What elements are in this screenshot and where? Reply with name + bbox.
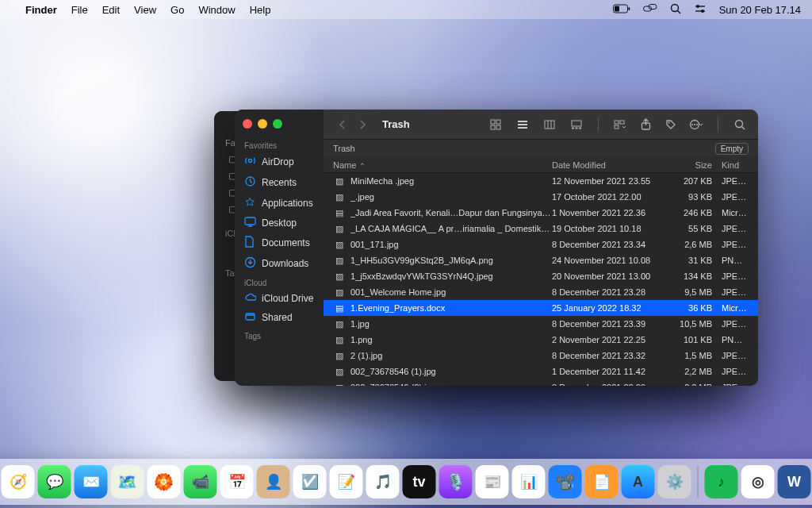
sidebar-item-docs[interactable]: Documents bbox=[239, 233, 319, 253]
finder-window[interactable]: Favorites AirDropRecentsApplicationsDesk… bbox=[235, 110, 758, 386]
file-row[interactable]: ▨001_171.jpg8 December 2021 23.342,6 MBJ… bbox=[324, 237, 758, 252]
file-row[interactable]: ▨_.jpeg17 October 2021 22.0093 KBJPEG im… bbox=[324, 189, 758, 205]
file-size: 55 KB bbox=[674, 224, 722, 233]
dock-app-music[interactable]: 🎵 bbox=[366, 465, 400, 498]
dock-app-settings[interactable]: ⚙️ bbox=[658, 465, 691, 498]
file-list[interactable]: ▨MiniMecha .jpeg12 November 2021 23.5520… bbox=[324, 173, 758, 386]
dock-app-word[interactable]: W bbox=[778, 465, 811, 498]
sidebar-item-apps[interactable]: Applications bbox=[239, 193, 319, 214]
view-columns-button[interactable] bbox=[541, 117, 558, 133]
svg-rect-19 bbox=[491, 125, 495, 129]
dock-app-contacts[interactable]: 👤 bbox=[257, 465, 290, 498]
file-name: 001_Welcome Home.jpg bbox=[350, 287, 552, 297]
minimize-button[interactable] bbox=[258, 119, 267, 129]
view-icons-button[interactable] bbox=[487, 117, 504, 133]
svg-point-38 bbox=[691, 124, 693, 125]
view-gallery-button[interactable] bbox=[568, 117, 585, 133]
file-date: 8 December 2021 23.32 bbox=[552, 351, 674, 360]
file-icon: ▤ bbox=[333, 208, 346, 218]
column-name[interactable]: Name⌃ bbox=[333, 160, 552, 170]
sidebar-item-label: Downloads bbox=[262, 258, 308, 269]
dock-app-photos[interactable]: 🏵️ bbox=[147, 465, 181, 498]
sidebar-item-airdrop[interactable]: AirDrop bbox=[239, 152, 319, 172]
file-kind: JPEG image bbox=[722, 240, 749, 249]
dock-app-mail[interactable]: ✉️ bbox=[75, 465, 108, 498]
file-date: 1 November 2021 22.36 bbox=[552, 208, 674, 217]
file-date: 2 November 2021 22.25 bbox=[552, 335, 674, 344]
sidebar-item-downloads[interactable]: Downloads bbox=[239, 253, 319, 274]
svg-rect-33 bbox=[620, 121, 624, 124]
file-row[interactable]: ▨2 (1).jpg8 December 2021 23.321,5 MBJPE… bbox=[324, 348, 758, 364]
action-button[interactable] bbox=[688, 117, 705, 133]
view-list-button[interactable] bbox=[514, 117, 531, 133]
file-row[interactable]: ▨1_HH5u3GV99gKStq2B_JM6qA.png24 November… bbox=[324, 252, 758, 268]
file-row[interactable]: ▨001_Welcome Home.jpg8 December 2021 23.… bbox=[324, 284, 758, 300]
tags-button[interactable] bbox=[662, 117, 680, 133]
spotlight-icon[interactable] bbox=[670, 3, 681, 17]
dock-app-podcasts[interactable]: 🎙️ bbox=[439, 465, 473, 498]
dock-app-safari[interactable]: 🧭 bbox=[2, 465, 35, 498]
file-row[interactable]: ▨002_73678546 (2).jpg8 December 2021 22.… bbox=[324, 379, 758, 386]
dock-app-reminders[interactable]: ☑️ bbox=[293, 465, 327, 498]
menubar-item[interactable]: Edit bbox=[102, 4, 120, 16]
file-kind: Micros…(.docx) bbox=[722, 208, 749, 217]
sidebar-item-shared[interactable]: Shared bbox=[239, 307, 319, 327]
file-row[interactable]: ▨1.png2 November 2021 22.25101 KBPNG ima… bbox=[324, 332, 758, 348]
dock-app-news[interactable]: 📰 bbox=[476, 465, 509, 498]
menubar-clock[interactable]: Sun 20 Feb 17.14 bbox=[719, 4, 801, 16]
dock-app-facetime[interactable]: 📹 bbox=[184, 465, 217, 498]
empty-trash-button[interactable]: Empty bbox=[715, 143, 749, 155]
svg-point-37 bbox=[694, 124, 695, 125]
dock-app-pages[interactable]: 📄 bbox=[585, 465, 619, 498]
menubar-app[interactable]: Finder bbox=[25, 4, 57, 16]
column-size[interactable]: Size bbox=[674, 160, 722, 170]
dock-app-appstore[interactable]: A bbox=[622, 465, 655, 498]
dock-app-tv[interactable]: tv bbox=[403, 465, 436, 498]
svg-line-41 bbox=[742, 126, 745, 129]
file-size: 2,2 MB bbox=[674, 383, 722, 386]
column-date[interactable]: Date Modified bbox=[552, 160, 674, 170]
close-button[interactable] bbox=[243, 119, 252, 129]
svg-rect-1 bbox=[615, 6, 619, 11]
sidebar-item-label: Desktop bbox=[262, 217, 297, 229]
file-name: 1.Evening_Prayers.docx bbox=[350, 303, 552, 313]
menubar-item[interactable]: Window bbox=[198, 4, 235, 16]
dock-app-keynote[interactable]: 📽️ bbox=[549, 465, 582, 498]
zoom-button[interactable] bbox=[273, 119, 282, 129]
menubar-item[interactable]: View bbox=[134, 4, 156, 16]
share-button[interactable] bbox=[637, 117, 654, 133]
dock-app-numbers[interactable]: 📊 bbox=[512, 465, 546, 498]
sidebar-item-recents[interactable]: Recents bbox=[239, 172, 319, 193]
file-name: 1_j5xxBzwdqvYWkTG3SYrN4Q.jpeg bbox=[350, 271, 552, 281]
column-kind[interactable]: Kind bbox=[722, 160, 749, 170]
control-center-icon[interactable] bbox=[694, 4, 707, 16]
file-date: 8 December 2021 23.39 bbox=[552, 319, 674, 329]
back-button[interactable] bbox=[333, 117, 350, 133]
menubar-item[interactable]: Help bbox=[250, 4, 271, 16]
toggle-icon[interactable] bbox=[643, 4, 657, 16]
search-button[interactable] bbox=[731, 117, 749, 133]
file-row[interactable]: ▨_LA CAJA MÁGICA__ A pr…iriamalia _ Dome… bbox=[324, 221, 758, 237]
sidebar-item-cloud[interactable]: iCloud Drive bbox=[239, 289, 319, 307]
group-button[interactable] bbox=[611, 117, 629, 133]
file-row[interactable]: ▤_Jadi Area Favorit, Kenali…Dapur dan Fu… bbox=[324, 205, 758, 221]
file-row[interactable]: ▨1_j5xxBzwdqvYWkTG3SYrN4Q.jpeg20 Novembe… bbox=[324, 268, 758, 284]
file-date: 8 December 2021 22.09 bbox=[552, 383, 674, 386]
file-row[interactable]: ▨1.jpg8 December 2021 23.3910,5 MBJPEG i… bbox=[324, 316, 758, 332]
dock-app-messages[interactable]: 💬 bbox=[38, 465, 71, 498]
dock-app-spotify[interactable]: ♪ bbox=[705, 465, 738, 498]
dock-app-chrome[interactable]: ◎ bbox=[741, 465, 775, 498]
file-row[interactable]: ▨MiniMecha .jpeg12 November 2021 23.5520… bbox=[324, 173, 758, 189]
dock-app-maps[interactable]: 🗺️ bbox=[111, 465, 144, 498]
dock-app-notes[interactable]: 📝 bbox=[330, 465, 363, 498]
forward-button[interactable] bbox=[354, 117, 371, 133]
dock-app-calendar[interactable]: 📅 bbox=[220, 465, 254, 498]
svg-rect-30 bbox=[579, 127, 581, 129]
sidebar-item-desktop[interactable]: Desktop bbox=[239, 214, 319, 233]
file-row[interactable]: ▤1.Evening_Prayers.docx25 January 2022 1… bbox=[324, 300, 758, 316]
svg-rect-24 bbox=[545, 121, 554, 129]
battery-icon[interactable] bbox=[613, 4, 630, 16]
menubar-item[interactable]: Go bbox=[170, 4, 184, 16]
file-row[interactable]: ▨002_73678546 (1).jpg1 December 2021 11.… bbox=[324, 364, 758, 379]
menubar-item[interactable]: File bbox=[71, 4, 88, 16]
